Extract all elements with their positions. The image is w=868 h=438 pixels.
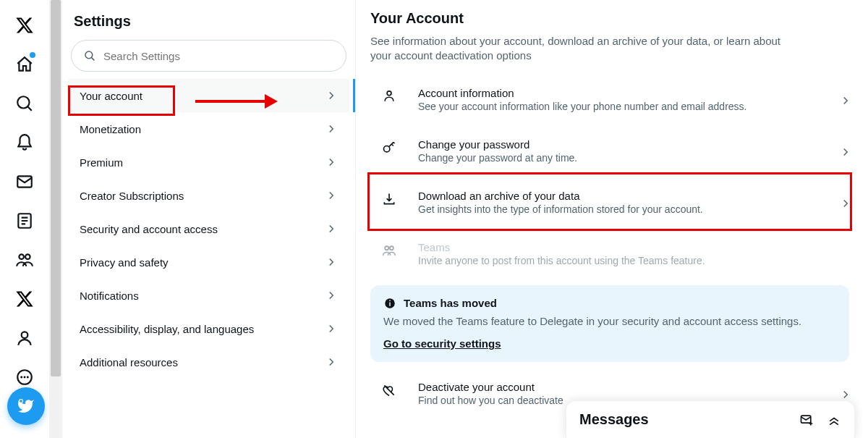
svg-point-4 (25, 254, 30, 259)
nav-lists[interactable] (7, 203, 43, 239)
account-description: See information about your account, down… (370, 34, 797, 74)
account-item-title: Download an archive of your data (418, 190, 825, 202)
settings-item-monetization[interactable]: Monetization (68, 112, 349, 146)
account-title: Your Account (370, 10, 868, 34)
chevron-right-icon (325, 289, 338, 302)
settings-item-label: Your account (80, 90, 142, 102)
left-nav (0, 0, 49, 438)
chevron-right-icon (325, 256, 338, 269)
svg-point-15 (390, 246, 393, 250)
teams-moved-notice: Teams has movedWe moved the Teams featur… (370, 285, 849, 362)
chevron-right-icon (325, 322, 338, 335)
chevron-right-icon (839, 197, 852, 210)
scrollbar-thumb[interactable] (51, 0, 61, 376)
chevron-right-icon (325, 355, 338, 368)
notice-link[interactable]: Go to security settings (383, 337, 501, 350)
password-icon (382, 140, 396, 155)
nav-home[interactable] (7, 46, 43, 83)
chevron-right-icon (325, 156, 338, 169)
deactivate-icon (382, 383, 396, 397)
nav-notifications[interactable] (7, 125, 43, 161)
nav-explore[interactable] (7, 85, 43, 122)
account-item-info[interactable]: Account informationSee your account info… (370, 74, 868, 125)
settings-item-label: Accessibility, display, and languages (80, 323, 254, 335)
search-icon (83, 49, 96, 62)
archive-icon (382, 192, 396, 206)
chevron-right-icon (325, 189, 338, 202)
account-item-subtitle: Invite anyone to post from this account … (418, 255, 852, 266)
settings-item-additional-resources[interactable]: Additional resources (68, 345, 349, 379)
new-message-icon[interactable] (799, 413, 814, 427)
notice-body: We moved the Teams feature to Delegate i… (383, 314, 836, 329)
settings-heading: Settings (68, 9, 349, 40)
settings-item-label: Notifications (80, 290, 139, 302)
svg-point-14 (385, 246, 388, 250)
settings-item-premium[interactable]: Premium (68, 146, 349, 179)
settings-item-creator-subscriptions[interactable]: Creator Subscriptions (68, 179, 349, 212)
svg-point-8 (24, 376, 26, 379)
nav-profile[interactable] (7, 320, 43, 356)
settings-item-security-and-account-access[interactable]: Security and account access (68, 212, 349, 245)
svg-point-5 (22, 332, 28, 338)
teams-icon (382, 243, 396, 258)
notice-title: Teams has moved (404, 297, 497, 309)
info-icon (382, 89, 396, 104)
account-item-title: Deactivate your account (418, 381, 825, 393)
settings-item-notifications[interactable]: Notifications (68, 279, 349, 312)
account-item-title: Change your password (418, 138, 825, 151)
info-icon (383, 297, 396, 310)
account-detail-column: Your Account See information about your … (356, 0, 868, 438)
messages-title: Messages (579, 411, 649, 428)
nav-premium[interactable] (7, 281, 43, 317)
account-item-subtitle: Change your password at any time. (418, 152, 825, 164)
chevron-right-icon (839, 94, 852, 107)
search-input[interactable] (103, 50, 334, 62)
notification-dot-icon (30, 52, 35, 58)
scrollbar[interactable] (49, 0, 62, 438)
svg-point-0 (17, 96, 29, 108)
settings-item-label: Security and account access (80, 223, 218, 235)
account-item-archive[interactable]: Download an archive of your dataGet insi… (370, 177, 868, 228)
settings-item-label: Monetization (80, 123, 141, 135)
settings-item-label: Additional resources (80, 356, 178, 368)
messages-dock[interactable]: Messages (566, 400, 855, 438)
chevron-right-icon (325, 122, 338, 135)
expand-up-icon[interactable] (827, 413, 841, 427)
account-item-subtitle: Get insights into the type of informatio… (418, 203, 825, 215)
search-settings[interactable] (71, 40, 346, 72)
x-logo[interactable] (7, 7, 43, 43)
account-item-password[interactable]: Change your passwordChange your password… (370, 125, 868, 177)
account-item-title: Account information (418, 87, 825, 99)
nav-communities[interactable] (7, 242, 43, 278)
chevron-right-icon (839, 388, 852, 401)
nav-messages[interactable] (7, 164, 43, 200)
svg-point-12 (387, 90, 391, 95)
chevron-right-icon (325, 89, 338, 102)
compose-button[interactable] (7, 387, 45, 425)
svg-point-3 (19, 254, 24, 259)
svg-point-9 (27, 376, 29, 379)
settings-item-label: Premium (80, 156, 123, 169)
account-item-title: Teams (418, 241, 852, 253)
svg-point-13 (384, 146, 390, 151)
svg-point-11 (85, 51, 93, 59)
chevron-right-icon (325, 222, 338, 235)
chevron-right-icon (839, 146, 852, 159)
settings-item-your-account[interactable]: Your account (68, 79, 349, 112)
svg-rect-18 (389, 300, 391, 301)
settings-item-accessibility-display-and-languages[interactable]: Accessibility, display, and languages (68, 312, 349, 345)
settings-item-label: Creator Subscriptions (80, 190, 184, 202)
svg-rect-17 (389, 302, 391, 306)
svg-point-7 (20, 376, 22, 379)
settings-column: Settings Your accountMonetizationPremium… (62, 0, 356, 438)
settings-item-privacy-and-safety[interactable]: Privacy and safety (68, 245, 349, 279)
account-item-subtitle: See your account information like your p… (418, 101, 825, 112)
account-item-teams: TeamsInvite anyone to post from this acc… (370, 228, 868, 279)
settings-item-label: Privacy and safety (80, 256, 169, 269)
